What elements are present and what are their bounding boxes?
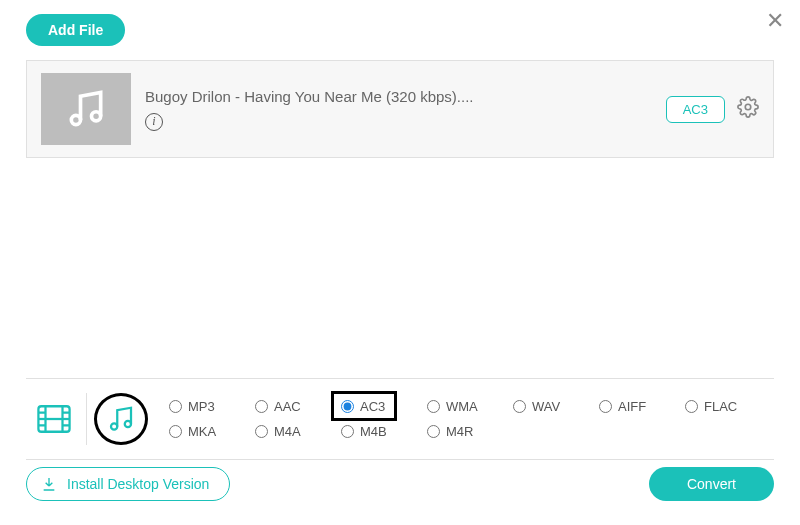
format-radio[interactable] (341, 400, 354, 413)
format-label: FLAC (704, 399, 737, 414)
music-icon (64, 87, 108, 131)
format-label: MP3 (188, 399, 215, 414)
format-option-m4r[interactable]: M4R (423, 422, 509, 441)
format-label: WMA (446, 399, 478, 414)
format-radio[interactable] (169, 400, 182, 413)
format-radio[interactable] (599, 400, 612, 413)
video-tab[interactable] (26, 404, 82, 434)
install-desktop-button[interactable]: Install Desktop Version (26, 467, 230, 501)
format-label: AAC (274, 399, 301, 414)
format-radio[interactable] (427, 425, 440, 438)
format-label: MKA (188, 424, 216, 439)
add-file-button[interactable]: Add File (26, 14, 125, 46)
gear-icon[interactable] (737, 96, 759, 122)
file-thumbnail (41, 73, 131, 145)
format-radio[interactable] (255, 425, 268, 438)
download-icon (41, 476, 57, 492)
format-label: AIFF (618, 399, 646, 414)
format-option-aiff[interactable]: AIFF (595, 397, 681, 416)
format-radio[interactable] (427, 400, 440, 413)
format-radio[interactable] (685, 400, 698, 413)
format-option-aac[interactable]: AAC (251, 397, 337, 416)
file-meta: Bugoy Drilon - Having You Near Me (320 k… (145, 88, 652, 131)
info-icon[interactable]: i (145, 113, 163, 131)
svg-point-1 (92, 112, 101, 121)
format-label: M4A (274, 424, 301, 439)
file-row: Bugoy Drilon - Having You Near Me (320 k… (26, 60, 774, 158)
audio-tab[interactable] (91, 389, 151, 449)
format-badge[interactable]: AC3 (666, 96, 725, 123)
footer: Install Desktop Version Convert (26, 467, 774, 501)
divider (86, 393, 87, 445)
format-radio[interactable] (513, 400, 526, 413)
format-option-wma[interactable]: WMA (423, 397, 509, 416)
format-option-mp3[interactable]: MP3 (165, 397, 251, 416)
convert-button[interactable]: Convert (649, 467, 774, 501)
close-icon[interactable]: ✕ (766, 8, 784, 34)
file-title: Bugoy Drilon - Having You Near Me (320 k… (145, 88, 652, 105)
format-option-m4b[interactable]: M4B (337, 422, 423, 441)
format-option-ac3[interactable]: AC3 (337, 397, 423, 416)
format-radio[interactable] (255, 400, 268, 413)
format-label: AC3 (360, 399, 385, 414)
svg-point-2 (745, 104, 751, 110)
format-label: WAV (532, 399, 560, 414)
format-label: M4B (360, 424, 387, 439)
format-label: M4R (446, 424, 473, 439)
video-icon (37, 404, 71, 434)
format-option-wav[interactable]: WAV (509, 397, 595, 416)
format-radio[interactable] (341, 425, 354, 438)
format-option-mka[interactable]: MKA (165, 422, 251, 441)
format-option-m4a[interactable]: M4A (251, 422, 337, 441)
svg-point-0 (71, 115, 80, 124)
format-option-flac[interactable]: FLAC (681, 397, 767, 416)
install-label: Install Desktop Version (67, 476, 209, 492)
highlight-circle (94, 393, 148, 445)
format-section: MP3AACAC3WMAWAVAIFFFLACMKAM4AM4BM4R (26, 378, 774, 460)
format-radio[interactable] (169, 425, 182, 438)
